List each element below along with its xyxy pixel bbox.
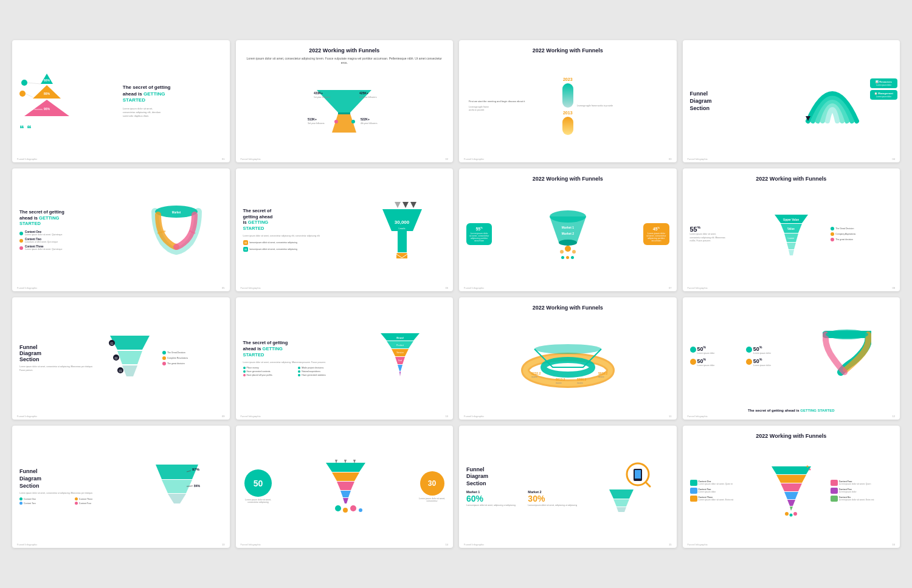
slide-12[interactable]: 50% Lorem ipsum dolor 50% Lorem ipsum do… bbox=[683, 297, 900, 420]
svg-text:522K+: 522K+ bbox=[361, 117, 370, 121]
slide-number: 10 bbox=[446, 415, 448, 418]
slide-6[interactable]: The secret ofgetting aheadis GETTINGSTAR… bbox=[236, 168, 454, 291]
slide-13[interactable]: FunnelDiagramSection Lorem ipsum dolor s… bbox=[12, 426, 230, 548]
svg-point-8 bbox=[19, 91, 26, 97]
svg-point-81 bbox=[785, 512, 789, 516]
svg-text:30,000: 30,000 bbox=[395, 220, 410, 225]
svg-text:Brand: Brand bbox=[396, 336, 404, 339]
spiral-funnel-2 bbox=[823, 328, 871, 383]
svg-marker-29 bbox=[410, 202, 416, 208]
svg-text:income: income bbox=[531, 376, 537, 378]
svg-text:425K+: 425K+ bbox=[359, 91, 368, 95]
slide-16[interactable]: 2022 Working with Funnels Content OneLor… bbox=[683, 426, 900, 548]
svg-text:Market 1: Market 1 bbox=[562, 226, 575, 229]
market-funnel-chart bbox=[606, 459, 652, 514]
slide-title: 2022 Working with Funnels bbox=[466, 176, 669, 183]
svg-point-70 bbox=[335, 505, 341, 511]
slide-footer: Funnel Infographic bbox=[241, 415, 261, 418]
arc-waves-chart bbox=[802, 78, 863, 124]
slide-7[interactable]: 2022 Working with Funnels 55% Lorem ipsu… bbox=[459, 168, 677, 291]
svg-text:Service: Service bbox=[396, 351, 404, 354]
bubble-funnel-chart bbox=[323, 460, 368, 513]
slide-5[interactable]: The secret of gettingahead is GETTINGSTA… bbox=[12, 168, 230, 291]
svg-text:$612.2: $612.2 bbox=[556, 378, 565, 381]
slide-number: 16 bbox=[893, 543, 895, 546]
slide-footer: Funnel Infographic bbox=[17, 415, 37, 418]
slide-14[interactable]: 50 Lorem ipsum dolor sit amet, consectet… bbox=[236, 426, 454, 548]
slide-footer: Funnel Infographic bbox=[688, 415, 708, 418]
slide-number: 11 bbox=[669, 415, 671, 418]
slide-footer: Funnel Infographic bbox=[464, 415, 484, 418]
svg-point-20 bbox=[334, 120, 338, 123]
svg-text:Market 2: Market 2 bbox=[562, 232, 575, 235]
slide-footer: Funnel Infographic bbox=[241, 157, 261, 161]
svg-text:Passions: Passions bbox=[33, 108, 43, 111]
svg-point-34 bbox=[559, 240, 577, 246]
svg-text:01: 01 bbox=[111, 342, 114, 345]
svg-text:Market: Market bbox=[172, 211, 181, 214]
slide-2[interactable]: 2022 Working with Funnels Lorem ipsum do… bbox=[236, 40, 454, 162]
slide-number: 12 bbox=[893, 415, 895, 418]
slide-15[interactable]: FunnelDiagramSection Market 1 60% Laerum… bbox=[459, 426, 677, 548]
pyramid-chart: 60% 80% Passions 90% bbox=[19, 71, 74, 119]
slide-10[interactable]: The secret of gettingahead is GETTINGSTA… bbox=[236, 297, 454, 420]
svg-point-21 bbox=[351, 120, 355, 123]
slide-number: 03 bbox=[669, 157, 671, 161]
slide-title: 2022 Working with Funnels bbox=[243, 47, 446, 55]
slide-footer: Funnel Infographic bbox=[17, 286, 37, 289]
svg-point-37 bbox=[572, 250, 576, 254]
spiral-funnel: Market Pricing Plans bbox=[151, 202, 202, 257]
arrow-funnel-chart: 30,000 Leads bbox=[379, 201, 425, 258]
slide-title: 2022 Working with Funnels bbox=[690, 176, 893, 183]
svg-text:Upper Value: Upper Value bbox=[783, 218, 800, 221]
slide-number: 15 bbox=[669, 543, 671, 546]
svg-text:84%: 84% bbox=[194, 484, 201, 488]
slide-footer: Funnel Infographic bbox=[464, 543, 484, 546]
slide-number: 05 bbox=[222, 286, 224, 289]
list-item: Content ThreeLorem ipsum dolor sit amet.… bbox=[19, 245, 129, 251]
svg-point-36 bbox=[560, 250, 564, 254]
svg-text:60%: 60% bbox=[44, 78, 50, 82]
slide-number: 01 bbox=[222, 157, 224, 161]
svg-text:Value: Value bbox=[787, 227, 795, 230]
slides-grid: 60% 80% Passions 90% ❝ bbox=[12, 40, 900, 547]
svg-point-83 bbox=[793, 512, 797, 516]
slide-number: 06 bbox=[446, 286, 448, 289]
slide-number: 13 bbox=[222, 543, 224, 546]
slide-title: 2022 Working with Funnels bbox=[690, 433, 893, 440]
svg-point-84 bbox=[804, 468, 806, 469]
numbered-funnel-chart: 01 02 03 bbox=[107, 333, 153, 384]
svg-point-73 bbox=[359, 508, 362, 512]
cone-legend-chart: Upper Value Value Lower bbox=[772, 210, 811, 258]
svg-text:03: 03 bbox=[119, 370, 123, 373]
svg-rect-11 bbox=[338, 112, 350, 114]
slide-subtitle: Lorem ipsum dolor sit amet, consectetur … bbox=[243, 57, 446, 65]
slide-footer: Funnel Infographic bbox=[464, 286, 484, 289]
svg-text:$356.2: $356.2 bbox=[577, 378, 587, 381]
svg-point-72 bbox=[350, 505, 356, 511]
slide-8[interactable]: 2022 Working with Funnels 55% Lorem ipsu… bbox=[683, 168, 900, 291]
layered-funnel-chart: Brand Product Service Goal bbox=[378, 331, 422, 386]
svg-text:3rd year followers: 3rd year followers bbox=[308, 122, 325, 125]
slide-footer: Funnel Infographic bbox=[464, 157, 484, 161]
slide-11[interactable]: 2022 Working with Funnels $232.2 income … bbox=[459, 297, 677, 420]
slide-9[interactable]: FunnelDiagramSection Lorem ipsum dolor s… bbox=[12, 297, 230, 420]
svg-point-85 bbox=[806, 466, 808, 468]
svg-text:Lower: Lower bbox=[787, 237, 795, 240]
svg-text:97%: 97% bbox=[192, 468, 200, 471]
svg-point-35 bbox=[565, 246, 571, 252]
slide-3[interactable]: 2022 Working with Funnels First we start… bbox=[459, 40, 677, 162]
slide-number: 07 bbox=[669, 286, 671, 289]
svg-text:2nd year followers: 2nd year followers bbox=[359, 96, 377, 99]
bowl-funnel-chart: Market 1 Market 2 bbox=[547, 209, 589, 255]
slide-1[interactable]: 60% 80% Passions 90% ❝ bbox=[12, 40, 230, 162]
svg-line-78 bbox=[646, 482, 650, 486]
slide-footer: Funnel Infographic bbox=[688, 157, 708, 161]
list-item: Content TwoLoruntum ut ullet amet. Qun n… bbox=[19, 238, 129, 243]
svg-text:4th year followers: 4th year followers bbox=[361, 122, 378, 125]
svg-text:02: 02 bbox=[115, 357, 119, 360]
slide-footer: Funnel Infographic bbox=[241, 286, 261, 289]
svg-text:513K+: 513K+ bbox=[308, 117, 317, 121]
slide-4[interactable]: FunnelDiagramSection 📊 Resource bbox=[683, 40, 900, 162]
slide-number: 14 bbox=[446, 543, 448, 546]
